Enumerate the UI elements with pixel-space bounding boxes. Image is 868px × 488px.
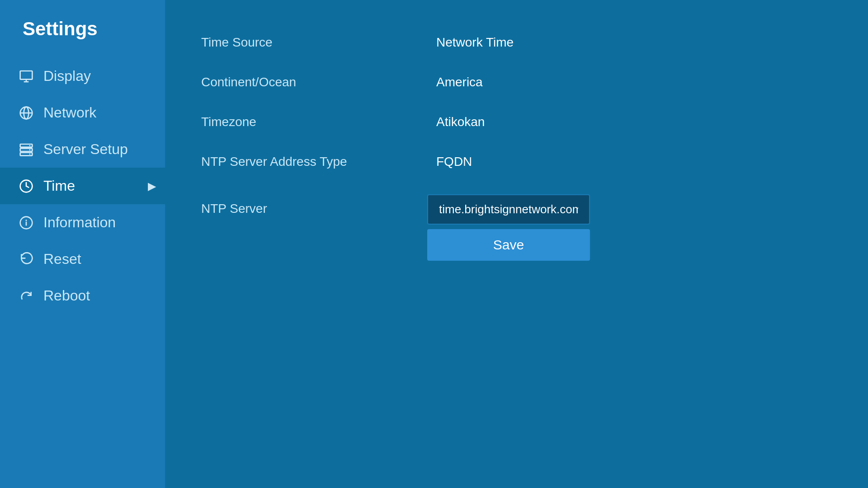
sidebar-item-reboot[interactable]: Reboot [0,277,165,314]
display-icon [18,68,34,84]
reset-icon [18,251,34,267]
sidebar-item-server-setup[interactable]: Server Setup [0,131,165,168]
timezone-row: Timezone Atikokan [201,102,832,142]
svg-point-11 [29,153,31,155]
svg-rect-0 [20,71,33,80]
sidebar-item-network[interactable]: Network [0,94,165,131]
time-source-label: Time Source [201,35,427,50]
ntp-server-row: NTP Server Save [201,182,832,273]
ntp-address-type-value: FQDN [427,155,832,169]
time-source-row: Time Source Network Time [201,23,832,62]
ntp-address-type-row: NTP Server Address Type FQDN [201,142,832,182]
ntp-server-label: NTP Server [201,194,427,216]
ntp-server-controls: Save [427,194,590,261]
sidebar: Settings Display Network [0,0,165,488]
sidebar-item-time[interactable]: Time ▶ [0,168,165,204]
continent-ocean-row: Continent/Ocean America [201,62,832,102]
sidebar-item-time-label: Time [43,178,139,194]
sidebar-item-information-label: Information [43,214,156,231]
time-icon [18,178,34,194]
svg-point-9 [29,145,31,146]
sidebar-item-display[interactable]: Display [0,58,165,94]
time-source-value: Network Time [427,35,832,50]
sidebar-item-server-setup-label: Server Setup [43,141,156,158]
main-content: Time Source Network Time Continent/Ocean… [165,0,868,488]
continent-ocean-value: America [427,75,832,89]
timezone-label: Timezone [201,115,427,129]
svg-rect-8 [20,152,33,155]
timezone-value: Atikokan [427,115,832,129]
svg-point-10 [29,149,31,150]
sidebar-item-reset[interactable]: Reset [0,241,165,277]
svg-rect-6 [20,144,33,147]
sidebar-item-information[interactable]: Information [0,204,165,241]
reboot-icon [18,288,34,304]
sidebar-item-network-label: Network [43,104,156,121]
save-button[interactable]: Save [427,229,590,261]
ntp-server-input[interactable] [427,194,590,225]
info-icon [18,215,34,231]
continent-ocean-label: Continent/Ocean [201,75,427,89]
network-icon [18,105,34,121]
sidebar-item-display-label: Display [43,68,156,84]
ntp-address-type-label: NTP Server Address Type [201,155,427,169]
sidebar-item-reboot-label: Reboot [43,287,156,304]
svg-point-15 [25,220,27,221]
chevron-right-icon: ▶ [148,180,156,192]
svg-rect-7 [20,148,33,151]
server-icon [18,141,34,158]
app-title: Settings [0,18,165,58]
sidebar-item-reset-label: Reset [43,251,156,267]
